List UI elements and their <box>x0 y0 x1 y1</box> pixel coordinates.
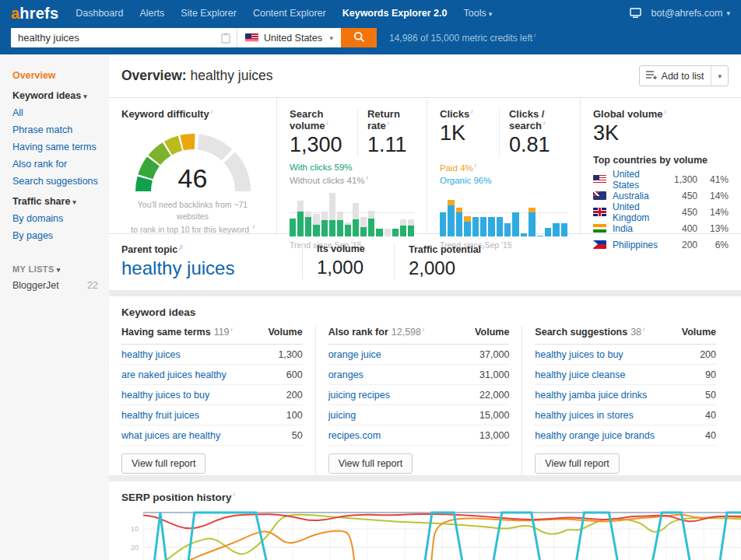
sidebar-item-label: Traffic share <box>12 196 70 207</box>
table-title: Search suggestions <box>535 327 627 338</box>
view-full-report-button[interactable]: View full report <box>328 453 413 474</box>
sidebar-item-keyword-ideas[interactable]: Keyword ideas▾ <box>12 90 109 101</box>
account-area[interactable]: bot@ahrefs.com ▾ <box>629 8 730 19</box>
metrics-row: Keyword difficulty 46 You'll need backli… <box>109 98 741 234</box>
bar-main <box>321 220 328 236</box>
table-count: 38 <box>630 326 644 338</box>
ideas-table-also-rank-for: Also rank for12,598Volumeorange juice37,… <box>315 326 522 475</box>
page-title: Overview: healthy juices <box>121 68 273 84</box>
country-volume: 1,300 <box>665 174 697 185</box>
view-full-report-button[interactable]: View full report <box>535 453 619 474</box>
sidebar-item-label: Search suggestions <box>12 176 98 187</box>
keyword-link[interactable]: healthy juices to buy <box>535 349 623 360</box>
bar-main <box>504 223 511 236</box>
bar-main <box>400 226 406 236</box>
sidebar-item-by-domains[interactable]: By domains <box>12 213 109 224</box>
add-to-list-dropdown[interactable]: ▾ <box>711 66 728 86</box>
table-row: orange juice37,000 <box>328 345 510 365</box>
ahrefs-logo[interactable]: ahrefs <box>11 5 58 23</box>
gauge-segment <box>198 142 227 156</box>
sidebar-item-by-pages[interactable]: By pages <box>12 230 109 241</box>
nav-item-alerts[interactable]: Alerts <box>139 8 164 19</box>
nav-item-dashboard[interactable]: Dashboard <box>76 8 123 19</box>
keyword-volume: 50 <box>292 430 303 441</box>
global-volume-value: 3K <box>593 121 729 145</box>
bar-main <box>297 212 304 236</box>
trend-bar <box>545 193 551 236</box>
sidebar-item-traffic-share[interactable]: Traffic share▾ <box>12 196 109 207</box>
keyword-link[interactable]: healthy orange juice brands <box>535 430 655 441</box>
ph-flag-icon <box>593 240 606 249</box>
keyword-volume: 50 <box>705 390 716 401</box>
keyword-volume: 200 <box>286 390 303 401</box>
keyword-link[interactable]: healthy juice cleanse <box>535 369 625 380</box>
sidebar-item-my-lists[interactable]: MY LISTS▾ <box>12 264 109 274</box>
keyword-link[interactable]: healthy fruit juices <box>121 410 199 421</box>
volume-header: Volume <box>682 327 716 338</box>
bar-main <box>553 223 559 236</box>
nav-item-content-explorer[interactable]: Content Explorer <box>253 8 326 19</box>
nav-item-keywords-explorer-2-0[interactable]: Keywords Explorer 2.0 <box>342 8 448 19</box>
keyword-link[interactable]: recipes.com <box>328 430 381 441</box>
top-bar: ahrefs DashboardAlertsSite ExplorerConte… <box>0 0 741 54</box>
keyword-link[interactable]: oranges <box>328 369 363 380</box>
clicks-per-search-value: 0.81 <box>509 133 567 157</box>
view-full-report-button[interactable]: View full report <box>121 453 205 474</box>
bar-main <box>392 229 399 236</box>
keyword-volume: 90 <box>705 369 716 380</box>
search-row: United States ▾ 14,986 of 15,000 metric … <box>0 26 741 54</box>
trend-bar <box>305 193 311 236</box>
trend-bar <box>521 193 527 236</box>
trend-bar <box>553 193 559 236</box>
country-link[interactable]: Philippines <box>613 240 665 250</box>
search-volume-value: 1,300 <box>290 133 357 157</box>
country-selector[interactable]: United States ▾ <box>237 28 341 47</box>
chevron-down-icon: ▾ <box>489 10 493 18</box>
keyword-volume: 31,000 <box>479 369 509 380</box>
sidebar-item-also-rank-for[interactable]: Also rank for <box>12 159 109 170</box>
clipboard-icon[interactable] <box>221 28 237 47</box>
keyword-link[interactable]: juicing <box>328 410 356 421</box>
trend-bar <box>297 193 304 236</box>
table-row: healthy juices to buy200 <box>121 385 303 405</box>
keyword-link[interactable]: healthy juices in stores <box>535 410 633 421</box>
ideas-table-header: Having same terms119Volume <box>121 326 303 345</box>
keyword-link[interactable]: what juices are healthy <box>121 430 220 441</box>
trend-bar <box>537 193 543 236</box>
keyword-link[interactable]: healthy juices <box>121 349 181 360</box>
keyword-volume: 600 <box>286 369 303 380</box>
chevron-down-icon: ▾ <box>726 9 730 17</box>
parent-topic-link[interactable]: healthy juices <box>121 257 286 279</box>
sidebar-item-all[interactable]: All <box>12 107 109 118</box>
keyword-link[interactable]: healthy juices to buy <box>121 390 209 401</box>
keyword-link[interactable]: orange juice <box>328 349 381 360</box>
keyword-link[interactable]: healthy jamba juice drinks <box>535 390 647 401</box>
sidebar-item-having-same-terms[interactable]: Having same terms <box>12 142 109 152</box>
trend-bar <box>313 193 319 236</box>
sidebar-item-overview[interactable]: Overview <box>12 70 109 81</box>
nav-item-site-explorer[interactable]: Site Explorer <box>181 8 237 19</box>
country-link[interactable]: United States <box>613 169 665 191</box>
add-to-list-button[interactable]: Add to list ▾ <box>639 65 729 86</box>
sidebar-item-label: Also rank for <box>12 159 67 170</box>
keyword-link[interactable]: are naked juices healthy <box>121 369 227 380</box>
bar-main <box>305 217 311 236</box>
sidebar-item-search-suggestions[interactable]: Search suggestions <box>12 176 109 187</box>
metric-credits-label: 14,986 of 15,000 metric credits left <box>389 32 536 44</box>
keyword-link[interactable]: juicing recipes <box>328 390 390 401</box>
bar-main <box>313 225 319 236</box>
bar-main <box>497 217 503 236</box>
keyword-search-input[interactable] <box>11 28 221 47</box>
sidebar-item-phrase-match[interactable]: Phrase match <box>12 124 109 135</box>
bar-main <box>488 217 494 236</box>
bar-main <box>480 217 486 236</box>
country-link[interactable]: United Kingdom <box>613 201 665 223</box>
sidebar-item-bloggerjet[interactable]: BloggerJet22 <box>12 280 109 291</box>
country-link[interactable]: Australia <box>613 191 665 201</box>
difficulty-note: You'll need backlinks from ~71 websitest… <box>121 199 264 235</box>
country-link[interactable]: India <box>613 223 665 234</box>
main-nav: DashboardAlertsSite ExplorerContent Expl… <box>76 8 628 19</box>
nav-item-tools[interactable]: Tools▾ <box>464 8 493 19</box>
ahrefs-keywords-explorer: ahrefs DashboardAlertsSite ExplorerConte… <box>0 0 741 560</box>
search-button[interactable] <box>341 28 377 47</box>
